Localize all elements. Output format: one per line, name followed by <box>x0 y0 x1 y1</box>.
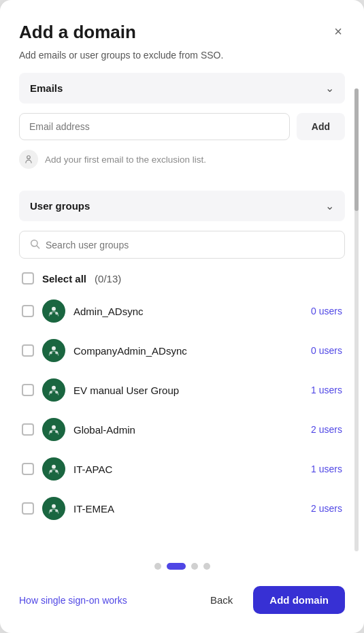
scrollbar-thumb[interactable] <box>354 88 359 211</box>
group-avatar-4 <box>42 457 65 481</box>
modal-title: Add a domain <box>19 22 136 43</box>
group-avatar-3 <box>42 418 65 441</box>
search-icon <box>29 238 40 251</box>
add-domain-modal: Add a domain × Add emails or user groups… <box>0 0 364 633</box>
email-hint: Add your first email to the exclusion li… <box>19 147 345 174</box>
modal-header: Add a domain × <box>19 22 345 43</box>
search-input[interactable] <box>46 240 335 250</box>
group-list: Select all (0/13) Admin_ADsync 0 users <box>19 265 345 552</box>
svg-point-3 <box>52 307 56 311</box>
user-groups-section: User groups ⌄ Select all (0/13) <box>19 191 345 552</box>
group-name-4: IT-APAC <box>73 464 303 475</box>
group-users-1: 0 users <box>311 345 342 356</box>
pagination-dot-1[interactable] <box>167 563 186 570</box>
svg-point-9 <box>52 386 56 390</box>
pagination-dot-0[interactable] <box>154 563 161 570</box>
pagination-dots <box>19 563 345 570</box>
group-row: IT-APAC 1 users <box>19 449 345 489</box>
svg-line-2 <box>37 246 39 248</box>
select-all-count: (0/13) <box>95 273 121 285</box>
add-email-button[interactable]: Add <box>297 113 345 140</box>
emails-section: Emails ⌄ Add Add your first email to the… <box>19 73 345 174</box>
group-users-2: 1 users <box>311 385 342 395</box>
email-hint-text: Add your first email to the exclusion li… <box>45 155 206 165</box>
emails-section-header[interactable]: Emails ⌄ <box>19 73 345 103</box>
group-users-4: 1 users <box>311 464 342 474</box>
pagination-dot-3[interactable] <box>203 563 210 570</box>
modal-footer: How single sign-on works Back Add domain <box>19 581 345 614</box>
close-button[interactable]: × <box>331 22 345 41</box>
pagination-dot-2[interactable] <box>191 563 198 570</box>
group-avatar-1 <box>42 339 65 362</box>
group-name-5: IT-EMEA <box>73 503 303 515</box>
svg-point-15 <box>52 465 56 469</box>
email-input-row: Add <box>19 113 345 140</box>
group-checkbox-5[interactable] <box>22 502 34 515</box>
group-avatar-2 <box>42 378 65 402</box>
select-all-row[interactable]: Select all (0/13) <box>19 265 345 291</box>
scrollbar-track[interactable] <box>354 88 359 551</box>
back-button[interactable]: Back <box>198 587 245 613</box>
user-groups-label: User groups <box>30 200 90 212</box>
group-row: CompanyAdmin_ADsync 0 users <box>19 331 345 370</box>
group-users-3: 2 users <box>311 424 342 435</box>
group-checkbox-3[interactable] <box>22 423 34 436</box>
svg-point-0 <box>27 156 31 159</box>
select-all-checkbox[interactable] <box>22 272 34 285</box>
group-checkbox-1[interactable] <box>22 344 34 357</box>
group-checkbox-4[interactable] <box>22 463 34 475</box>
modal-subtitle: Add emails or user groups to exclude fro… <box>19 50 345 61</box>
user-groups-chevron-icon: ⌄ <box>325 199 334 212</box>
group-checkbox-0[interactable] <box>22 305 34 317</box>
group-users-5: 2 users <box>311 503 342 514</box>
svg-point-6 <box>52 346 56 351</box>
select-all-label: Select all <box>42 273 86 285</box>
group-row: EV manual User Group 1 users <box>19 370 345 410</box>
group-avatar-0 <box>42 299 65 323</box>
add-domain-button[interactable]: Add domain <box>253 586 345 614</box>
sso-link[interactable]: How single sign-on works <box>19 595 127 606</box>
group-users-0: 0 users <box>311 306 342 316</box>
group-row: Admin_ADsync 0 users <box>19 291 345 331</box>
email-input[interactable] <box>19 113 290 140</box>
group-row: Global-Admin 2 users <box>19 410 345 449</box>
group-avatar-5 <box>42 497 65 520</box>
group-checkbox-2[interactable] <box>22 384 34 396</box>
group-row: IT-EMEA 2 users <box>19 489 345 528</box>
emails-section-label: Emails <box>30 82 63 94</box>
search-box <box>19 231 345 259</box>
group-name-3: Global-Admin <box>73 424 303 436</box>
svg-point-12 <box>52 425 56 429</box>
user-groups-section-header[interactable]: User groups ⌄ <box>19 191 345 221</box>
footer-buttons: Back Add domain <box>198 586 345 614</box>
group-name-1: CompanyAdmin_ADsync <box>73 345 303 357</box>
group-name-0: Admin_ADsync <box>73 306 303 317</box>
svg-point-18 <box>52 504 56 508</box>
person-icon <box>19 150 38 169</box>
emails-chevron-icon: ⌄ <box>325 82 334 95</box>
group-name-2: EV manual User Group <box>73 385 303 396</box>
